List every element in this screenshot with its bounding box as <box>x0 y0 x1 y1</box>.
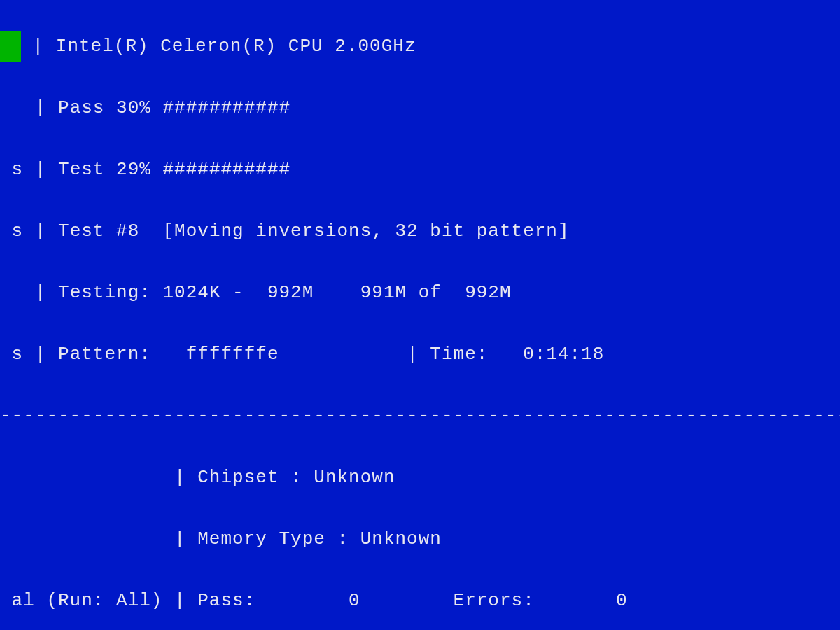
separator: | <box>23 97 58 118</box>
pass-pct-value: 30% <box>116 97 151 118</box>
chipset-label: Chipset : <box>197 467 302 488</box>
memtype-label: Memory Type : <box>197 528 349 550</box>
pass-label: Pass <box>58 97 104 118</box>
memtype-row: | Memory Type : Unknown <box>0 524 840 554</box>
separator: | <box>23 220 58 241</box>
terminal-screen: | Intel(R) Celeron(R) CPU 2.00GHz | Pass… <box>0 0 840 630</box>
cpu-name: Intel(R) Celeron(R) CPU 2.00GHz <box>56 36 416 57</box>
chipset-value: Unknown <box>314 467 395 488</box>
separator: | <box>21 36 56 57</box>
testing-label: Testing: <box>58 282 151 303</box>
pass-errors-row: al (Run: All) | Pass: 0 Errors: 0 <box>0 585 840 616</box>
separator: | <box>162 528 197 550</box>
separator: | <box>23 159 58 180</box>
test-desc-row: s | Test #8 [Moving inversions, 32 bit p… <box>0 216 840 246</box>
left-col: al (Run: All) <box>12 590 163 611</box>
testing-range-row: | Testing: 1024K - 992M 991M of 992M <box>0 277 840 308</box>
cpu-line-row: | Intel(R) Celeron(R) CPU 2.00GHz <box>0 31 840 62</box>
divider-line: ----------------------------------------… <box>0 405 840 426</box>
pass-pct-row: | Pass 30% ########### <box>0 92 840 123</box>
test-label: Test <box>58 159 104 180</box>
separator: | <box>23 282 58 303</box>
test-pct-row: s | Test 29% ########### <box>0 154 840 185</box>
divider-top: ----------------------------------------… <box>0 400 840 431</box>
pass-progress-bar: ########### <box>162 97 290 118</box>
left-col: s <box>12 344 24 365</box>
pass-count-value: 0 <box>349 590 360 611</box>
highlight-block <box>0 31 21 62</box>
errors-label: Errors: <box>454 590 535 611</box>
time-value: 0:14:18 <box>523 344 604 365</box>
time-label: Time: <box>430 344 488 365</box>
test-progress-bar: ########### <box>162 159 290 180</box>
pass-count-label: Pass: <box>197 590 255 611</box>
test-description: [Moving inversions, 32 bit pattern] <box>162 220 569 241</box>
errors-value: 0 <box>616 590 628 611</box>
testing-range: 1024K - 992M <box>162 282 314 303</box>
left-col: s <box>12 220 24 241</box>
chipset-row: | Chipset : Unknown <box>0 462 840 493</box>
pattern-row: s | Pattern: fffffffe | Time: 0:14:18 <box>0 339 840 370</box>
separator: | <box>23 344 58 365</box>
separator: | <box>162 590 197 611</box>
memtype-value: Unknown <box>360 528 442 550</box>
test-pct-value: 29% <box>116 159 151 180</box>
testing-progress: 991M of 992M <box>360 282 512 303</box>
pattern-value: fffffffe <box>186 344 279 365</box>
test-number: Test #8 <box>58 220 139 241</box>
left-col: s <box>12 159 24 180</box>
pattern-label: Pattern: <box>58 344 151 365</box>
separator: | <box>162 467 197 488</box>
